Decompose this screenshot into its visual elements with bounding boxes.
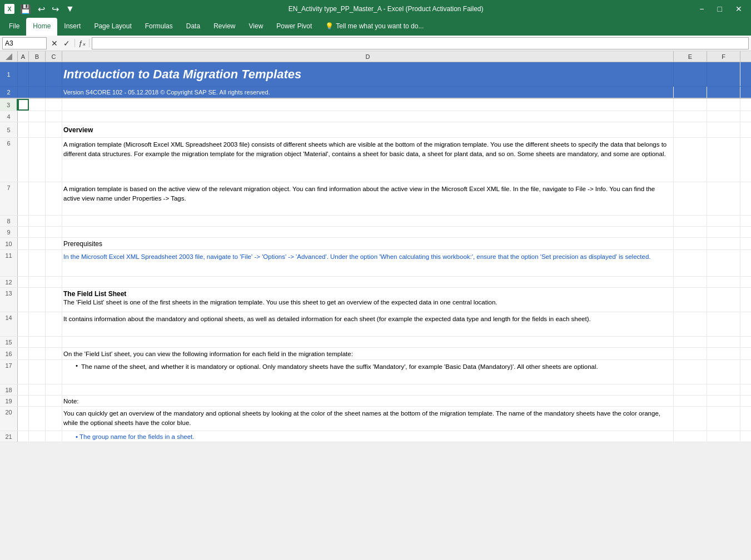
cell-b1[interactable]	[29, 62, 46, 86]
cell-f16[interactable]	[707, 348, 740, 359]
cell-e9[interactable]	[674, 227, 707, 237]
cell-f2[interactable]	[707, 87, 740, 98]
cell-a8[interactable]	[18, 216, 29, 226]
cell-f18[interactable]	[707, 384, 740, 395]
cell-d17[interactable]: • The name of the sheet, and whether it …	[62, 360, 674, 384]
cell-b18[interactable]	[29, 384, 46, 395]
cell-c4[interactable]	[46, 111, 62, 122]
cell-f13[interactable]	[707, 288, 740, 312]
cell-f14[interactable]	[707, 312, 740, 336]
cell-a2[interactable]	[18, 87, 29, 98]
cell-b14[interactable]	[29, 312, 46, 336]
sheet-scroll-area[interactable]: 1 Introduction to Data Migration Templat…	[0, 62, 751, 560]
cell-a1[interactable]	[18, 62, 29, 86]
cell-d8[interactable]	[62, 216, 674, 226]
cell-c20[interactable]	[46, 407, 62, 431]
cell-e18[interactable]	[674, 384, 707, 395]
cell-c5[interactable]	[46, 122, 62, 137]
cell-d20[interactable]: You can quickly get an overview of the m…	[62, 407, 674, 431]
cell-e16[interactable]	[674, 348, 707, 359]
col-header-b[interactable]: B	[29, 51, 46, 62]
cancel-formula-button[interactable]: ✕	[49, 39, 60, 48]
cell-f21[interactable]	[707, 431, 740, 442]
cell-f20[interactable]	[707, 407, 740, 431]
cell-b21[interactable]	[29, 431, 46, 442]
cell-c9[interactable]	[46, 227, 62, 237]
cell-a6[interactable]	[18, 138, 29, 182]
cell-a12[interactable]	[18, 277, 29, 287]
cell-e11[interactable]	[674, 250, 707, 276]
cell-c15[interactable]	[46, 337, 62, 347]
tab-data[interactable]: Data	[180, 18, 207, 36]
tab-power-pivot[interactable]: Power Pivot	[270, 18, 319, 36]
cell-e17[interactable]	[674, 360, 707, 384]
col-header-e[interactable]: E	[674, 51, 707, 62]
cell-a21[interactable]	[18, 431, 29, 442]
cell-a7[interactable]	[18, 182, 29, 215]
customize-qa-button[interactable]: ▼	[63, 3, 77, 15]
cell-b9[interactable]	[29, 227, 46, 237]
cell-e20[interactable]	[674, 407, 707, 431]
cell-b16[interactable]	[29, 348, 46, 359]
cell-c3[interactable]	[46, 99, 62, 111]
maximize-button[interactable]: □	[713, 3, 727, 14]
cell-a9[interactable]	[18, 227, 29, 237]
cell-e15[interactable]	[674, 337, 707, 347]
cell-b15[interactable]	[29, 337, 46, 347]
cell-d3[interactable]	[62, 99, 674, 111]
cell-b12[interactable]	[29, 277, 46, 287]
tab-tell-me[interactable]: 💡 Tell me what you want to do...	[319, 18, 430, 36]
cell-e7[interactable]	[674, 182, 707, 215]
cell-a14[interactable]	[18, 312, 29, 336]
cell-b8[interactable]	[29, 216, 46, 226]
cell-b11[interactable]	[29, 250, 46, 276]
cell-f5[interactable]	[707, 122, 740, 137]
cell-a16[interactable]	[18, 348, 29, 359]
cell-a11[interactable]	[18, 250, 29, 276]
cell-f7[interactable]	[707, 182, 740, 215]
cell-f1[interactable]	[707, 62, 740, 86]
cell-f10[interactable]	[707, 238, 740, 249]
cell-d15[interactable]	[62, 337, 674, 347]
cell-c1[interactable]	[46, 62, 62, 86]
cell-b6[interactable]	[29, 138, 46, 182]
cell-e14[interactable]	[674, 312, 707, 336]
cell-e13[interactable]	[674, 288, 707, 312]
cell-d6[interactable]: A migration template (Microsoft Excel XM…	[62, 138, 674, 182]
cell-b19[interactable]	[29, 396, 46, 406]
cell-d18[interactable]	[62, 384, 674, 395]
cell-b10[interactable]	[29, 238, 46, 249]
cell-e1[interactable]	[674, 62, 707, 86]
cell-f3[interactable]	[707, 99, 740, 111]
cell-a15[interactable]	[18, 337, 29, 347]
cell-f4[interactable]	[707, 111, 740, 122]
cell-f8[interactable]	[707, 216, 740, 226]
name-box[interactable]	[2, 37, 47, 49]
cell-f6[interactable]	[707, 138, 740, 182]
tab-view[interactable]: View	[242, 18, 270, 36]
col-header-f[interactable]: F	[707, 51, 740, 62]
tab-file[interactable]: File	[2, 18, 26, 36]
cell-e6[interactable]	[674, 138, 707, 182]
tab-formulas[interactable]: Formulas	[138, 18, 180, 36]
formula-input[interactable]	[92, 37, 749, 49]
cell-c8[interactable]	[46, 216, 62, 226]
cell-d21[interactable]: • The group name for the fields in a she…	[62, 431, 674, 442]
cell-c6[interactable]	[46, 138, 62, 182]
cell-a13[interactable]	[18, 288, 29, 312]
col-header-a[interactable]: A	[18, 51, 29, 62]
cell-e12[interactable]	[674, 277, 707, 287]
minimize-button[interactable]: −	[695, 3, 708, 14]
cell-c2[interactable]	[46, 87, 62, 98]
cell-a10[interactable]	[18, 238, 29, 249]
cell-a20[interactable]	[18, 407, 29, 431]
close-button[interactable]: ✕	[731, 3, 747, 14]
cell-f9[interactable]	[707, 227, 740, 237]
cell-c21[interactable]	[46, 431, 62, 442]
cell-a19[interactable]	[18, 396, 29, 406]
cell-c19[interactable]	[46, 396, 62, 406]
cell-e19[interactable]	[674, 396, 707, 406]
cell-d14[interactable]: It contains information about the mandat…	[62, 312, 674, 336]
cell-a18[interactable]	[18, 384, 29, 395]
cell-d9[interactable]	[62, 227, 674, 237]
